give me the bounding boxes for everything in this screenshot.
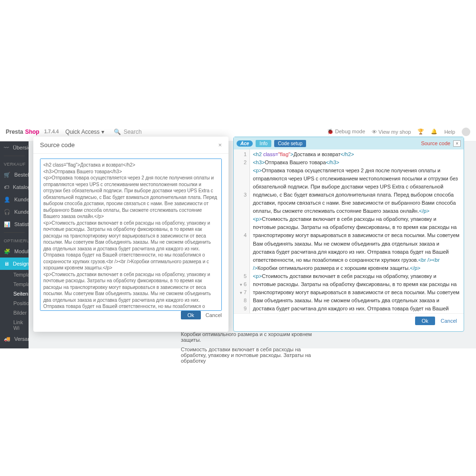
ok-button[interactable]: Ok (181, 311, 201, 319)
source-code-textarea[interactable] (40, 159, 222, 311)
search-icon: 🔍 (114, 129, 121, 135)
card-icon: 💳 (4, 348, 10, 348)
chevron-down-icon: ▾ (101, 129, 104, 135)
sidebar-sub-pages[interactable]: Seiten (0, 289, 29, 298)
line-gutter: 12345▾ 6▾ 78910 (234, 149, 250, 313)
user-icon: 👤 (4, 196, 10, 203)
sidebar-item-payment[interactable]: 💳Zahlungsart (0, 345, 29, 348)
info-button[interactable]: Info (256, 140, 271, 147)
stats-icon: 📊 (4, 221, 10, 228)
puzzle-icon: 🧩 (4, 248, 10, 255)
trophy-icon[interactable]: 🏆 (417, 129, 424, 135)
desktop-icon: 🖥 (4, 260, 9, 267)
help-link[interactable]: Help (444, 129, 455, 135)
sidebar-item-catalog[interactable]: 🏷Katalog (0, 181, 29, 193)
search-input[interactable]: 🔍Search (114, 129, 199, 135)
tag-icon: 🏷 (4, 184, 9, 190)
modal-title: Source code (40, 141, 75, 149)
view-shop[interactable]: 👁 View my shop (372, 129, 411, 135)
sidebar-sub-positions[interactable]: Positio (0, 298, 29, 308)
sidebar-item-modules[interactable]: 🧩Module (0, 245, 29, 258)
debug-mode[interactable]: 🐞 Debug mode (327, 129, 365, 135)
sidebar-item-design[interactable]: 🖥Design (0, 258, 29, 270)
sidebar-section-sell: VERKAUF (0, 158, 29, 169)
code-editor[interactable]: 12345▾ 6▾ 78910 <h2 class="flag">Доставк… (234, 149, 464, 313)
bell-icon[interactable]: 🔔 (431, 129, 437, 135)
quick-access[interactable]: Quick Access ▾ (65, 129, 104, 135)
cancel-button[interactable]: Cancel (206, 312, 222, 318)
code-setup-button[interactable]: Code setup (274, 140, 306, 147)
source-code-label: Source code (421, 140, 450, 146)
sidebar-sub-template[interactable]: Templat (0, 270, 29, 279)
sidebar-item-customers[interactable]: 👤Kunden (0, 193, 29, 206)
sidebar-sub-template2[interactable]: Templat (0, 279, 29, 289)
ace-logo: Ace (237, 140, 253, 147)
truck-icon: 🚚 (4, 336, 10, 342)
cart-icon: 🛒 (4, 171, 10, 178)
headset-icon: 🎧 (4, 208, 10, 215)
close-icon[interactable]: × (453, 140, 461, 147)
sidebar-item-orders[interactable]: 🛒Bestell (0, 169, 29, 181)
sidebar-section-improve: OPTIMIERUN (0, 235, 29, 245)
bg-text-line: Стоимость доставки включает в себя расхо… (29, 345, 476, 366)
sidebar-item-overview[interactable]: 〰Übersich (0, 141, 29, 154)
sidebar-sub-linkwidget[interactable]: Link Wi (0, 317, 29, 333)
sidebar-item-shipping[interactable]: 🚚Versand (0, 333, 29, 345)
ace-editor-modal: Ace Info Code setup Source code × 12345▾… (233, 137, 464, 332)
ace-header: Ace Info Code setup Source code × (234, 137, 464, 149)
close-icon[interactable]: × (218, 141, 222, 149)
dashboard-icon: 〰 (4, 144, 9, 151)
ok-button[interactable]: Ok (415, 317, 435, 325)
sidebar-item-customers2[interactable]: 🎧Kunden (0, 206, 29, 218)
cancel-button[interactable]: Cancel (441, 318, 457, 324)
source-code-modal-left: Source code × Ok Cancel (33, 137, 228, 332)
prestashop-logo: PrestaShop 1.7.4.4 (6, 129, 59, 135)
sidebar: 〰Übersich VERKAUF 🛒Bestell 🏷Katalog 👤Kun… (0, 141, 29, 348)
version: 1.7.4.4 (44, 129, 59, 134)
sidebar-item-stats[interactable]: 📊Statistik (0, 218, 29, 230)
sidebar-sub-images[interactable]: Bilder (0, 308, 29, 317)
avatar[interactable] (462, 128, 470, 136)
